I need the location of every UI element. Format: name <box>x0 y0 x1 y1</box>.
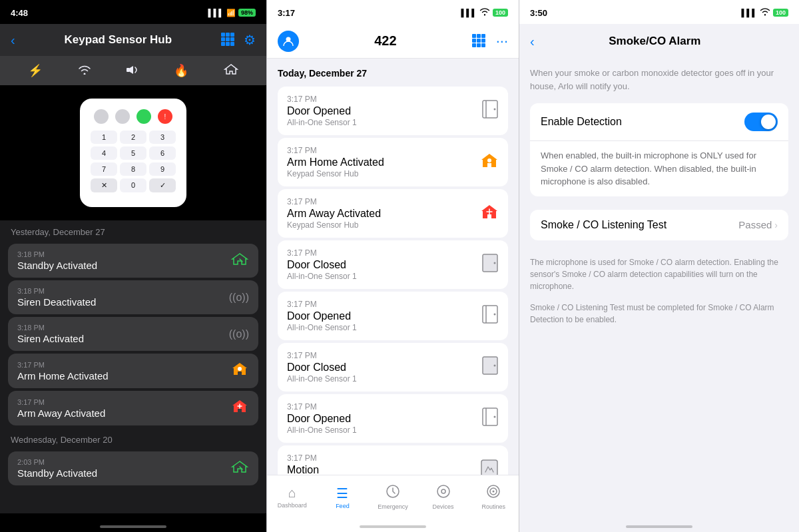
history-item[interactable]: 3:17 PM Arm Away Activated <box>8 391 258 425</box>
tab-feed[interactable]: ☰ Feed <box>326 485 359 509</box>
feed-item[interactable]: 3:17 PM Door Closed All-in-One Sensor 1 <box>278 343 508 392</box>
item-label: Standby Activated <box>17 260 97 271</box>
feed-count: 422 <box>374 33 396 49</box>
tab-emergency-label: Emergency <box>378 503 408 510</box>
tab-routines[interactable]: Routines <box>477 484 510 510</box>
more-options-button[interactable]: ··· <box>496 33 508 50</box>
signal-3: ▌▌▌ <box>742 9 757 17</box>
arm-away-feed-icon <box>480 203 499 224</box>
keypad-number-grid: 1 2 3 4 5 6 7 8 9 ✕ 0 ✓ <box>91 131 176 192</box>
history-item[interactable]: 3:18 PM Standby Activated <box>8 244 258 278</box>
door-closed-icon <box>481 253 499 277</box>
enable-detection-toggle[interactable] <box>744 113 778 131</box>
time-2: 3:17 <box>278 8 295 18</box>
history-item[interactable]: 2:03 PM Standby Activated <box>8 451 258 485</box>
svg-point-5 <box>487 158 491 162</box>
kp-check[interactable]: ✓ <box>149 178 176 192</box>
grid-view-button[interactable] <box>221 33 236 47</box>
feed-time: 3:17 PM <box>287 402 357 411</box>
arm-home-icon <box>230 360 249 382</box>
smoke-description: When your smoke or carbon monoxide detec… <box>530 59 788 103</box>
svg-rect-14 <box>481 460 497 475</box>
signal-2: ▌▌▌ <box>461 9 477 17</box>
item-time: 3:17 PM <box>17 398 105 406</box>
signal-1: ▌▌▌ <box>208 9 224 17</box>
feed-time: 3:17 PM <box>287 146 384 155</box>
svg-point-11 <box>494 364 496 366</box>
kp-6[interactable]: 6 <box>149 146 176 160</box>
item-label: Arm Home Activated <box>17 370 109 382</box>
listening-test-status: Passed <box>738 219 772 230</box>
item-time: 3:18 PM <box>17 324 84 332</box>
feed-item[interactable]: 3:17 PM Door Closed All-in-One Sensor 1 <box>278 240 508 289</box>
feed-item[interactable]: 3:17 PM Arm Home Activated Keypad Sensor… <box>278 138 508 186</box>
listening-test-label: Smoke / CO Listening Test <box>541 219 666 231</box>
kp-1[interactable]: 1 <box>91 131 117 144</box>
feed-sub: All-in-One Sensor 1 <box>287 323 357 332</box>
kp-5[interactable]: 5 <box>120 146 146 160</box>
history-item[interactable]: 3:17 PM Arm Home Activated <box>8 354 258 388</box>
listening-test-row[interactable]: Smoke / CO Listening Test Passed › <box>530 210 788 240</box>
wifi-3 <box>760 8 770 17</box>
kp-2[interactable]: 2 <box>120 131 146 144</box>
feed-label: Door Opened <box>287 105 357 117</box>
motion-icon <box>480 459 499 475</box>
device-icon-row: ⚡ 🔥 <box>0 56 266 85</box>
feed-time: 3:17 PM <box>287 95 357 104</box>
back-button-1[interactable]: ‹ <box>11 33 15 48</box>
bottom-nav: ⌂ Dashboard ☰ Feed Emergency Dev <box>267 475 519 516</box>
feed-item[interactable]: 3:17 PM Motion All-in-One Sensor 1 <box>278 445 508 475</box>
tab-dashboard-label: Dashboard <box>278 502 307 509</box>
feed-item[interactable]: 3:17 PM Arm Away Activated Keypad Sensor… <box>278 189 508 238</box>
user-avatar[interactable] <box>278 31 299 52</box>
tab-feed-label: Feed <box>336 503 350 509</box>
feed-label: Door Opened <box>287 413 357 425</box>
status-bar-3: 3:50 ▌▌▌ 100 <box>519 0 799 24</box>
feed-date-header: Today, December 27 <box>267 59 519 84</box>
feed-item[interactable]: 3:17 PM Door Opened All-in-One Sensor 1 <box>278 87 508 135</box>
kp-status-green <box>136 109 151 124</box>
arm-home-feed-icon <box>480 152 499 173</box>
p3-nav: ‹ Smoke/CO Alarm <box>519 24 799 59</box>
tab-devices[interactable]: Devices <box>427 484 460 510</box>
feed-sub: Keypad Sensor Hub <box>287 220 381 230</box>
item-time: 2:03 PM <box>17 458 97 466</box>
feed-sub: All-in-One Sensor 1 <box>287 425 357 435</box>
home-indicator-3 <box>519 513 799 532</box>
battery-3: 100 <box>773 9 788 17</box>
feed-sub: All-in-One Sensor 1 <box>287 272 357 281</box>
note-2: Smoke / CO Listening Test must be comple… <box>530 299 788 332</box>
feed-item[interactable]: 3:17 PM Door Opened All-in-One Sensor 1 <box>278 292 508 340</box>
kp-8[interactable]: 8 <box>120 162 146 176</box>
tab-dashboard[interactable]: ⌂ Dashboard <box>276 485 309 509</box>
wifi-2 <box>479 8 490 17</box>
kp-4[interactable]: 4 <box>91 146 117 160</box>
back-button-3[interactable]: ‹ <box>530 34 535 49</box>
item-label: Standby Activated <box>17 467 97 479</box>
enable-detection-description: When enabled, the built-in microphone is… <box>530 141 788 196</box>
tab-emergency[interactable]: Emergency <box>376 484 409 510</box>
kp-x[interactable]: ✕ <box>91 178 117 192</box>
feed-item[interactable]: 3:17 PM Door Opened All-in-One Sensor 1 <box>278 394 508 443</box>
standby-icon <box>230 251 249 271</box>
page-title-3: Smoke/CO Alarm <box>535 35 775 48</box>
kp-3[interactable]: 3 <box>149 131 176 144</box>
emergency-icon <box>386 484 400 502</box>
kp-7[interactable]: 7 <box>91 162 117 176</box>
feed-time: 3:17 PM <box>287 300 357 309</box>
svg-point-4 <box>494 108 496 110</box>
enable-detection-row: Enable Detection <box>530 103 788 141</box>
settings-button-1[interactable]: ⚙ <box>244 32 256 48</box>
feed-label: Door Closed <box>287 259 357 271</box>
panel-keypad-hub: 4:48 ▌▌▌ 📶 98% ‹ Keypad Sensor Hub ⚙ ⚡ <box>0 0 266 532</box>
feed-sub: All-in-One Sensor 1 <box>287 118 357 127</box>
grid-view-button-2[interactable] <box>472 34 487 49</box>
note-1: The microphone is used for Smoke / CO al… <box>530 254 788 299</box>
speaker-icon <box>126 64 139 78</box>
kp-0[interactable]: 0 <box>120 178 146 192</box>
time-3: 3:50 <box>530 8 547 18</box>
history-item[interactable]: 3:18 PM Siren Activated ((o)) <box>8 317 258 351</box>
history-item[interactable]: 3:18 PM Siren Deactivated ((o)) <box>8 280 258 314</box>
kp-status-2 <box>115 109 130 124</box>
kp-9[interactable]: 9 <box>149 162 176 176</box>
